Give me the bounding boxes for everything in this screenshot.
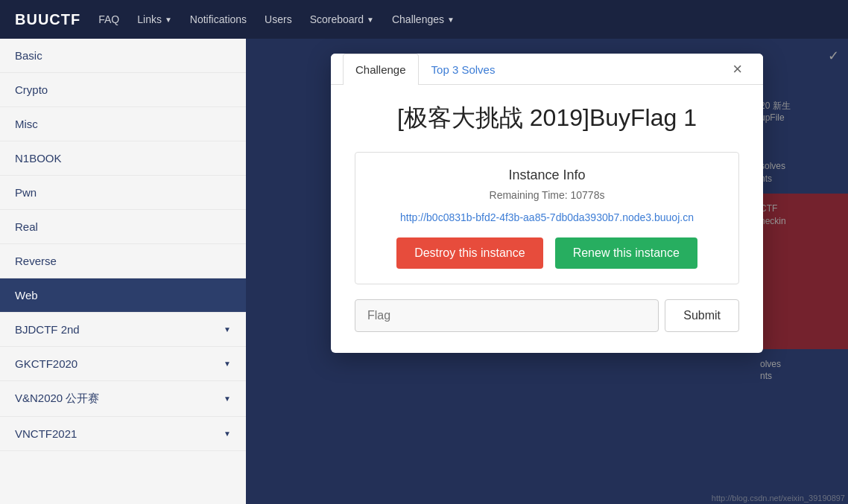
nav-notifications[interactable]: Notifications bbox=[190, 13, 247, 25]
sidebar-item-misc[interactable]: Misc bbox=[0, 107, 246, 141]
nav-links[interactable]: Links ▼ bbox=[137, 13, 172, 25]
sidebar: Basic Crypto Misc N1BOOK Pwn Real Revers… bbox=[0, 39, 246, 504]
challenge-title: [极客大挑战 2019]BuyFlag 1 bbox=[355, 103, 739, 134]
modal-tabs: Challenge Top 3 Solves × bbox=[331, 54, 763, 85]
flag-section: Submit bbox=[355, 299, 739, 332]
brand-logo: BUUCTF bbox=[15, 11, 80, 28]
nav-challenges[interactable]: Challenges ▼ bbox=[392, 13, 455, 25]
sidebar-item-gkctf2020[interactable]: GKCTF2020 ▼ bbox=[0, 347, 246, 381]
close-button[interactable]: × bbox=[724, 55, 751, 83]
sidebar-item-vnctf2021[interactable]: VNCTF2021 ▼ bbox=[0, 417, 246, 451]
renew-instance-button[interactable]: Renew this instance bbox=[555, 237, 697, 269]
destroy-instance-button[interactable]: Destroy this instance bbox=[396, 237, 543, 269]
sidebar-item-vn2020[interactable]: V&N2020 公开赛 ▼ bbox=[0, 381, 246, 417]
chevron-down-icon: ▼ bbox=[224, 325, 231, 334]
challenge-modal: Challenge Top 3 Solves × [极客大挑战 2019]Buy… bbox=[331, 54, 763, 353]
modal-body: [极客大挑战 2019]BuyFlag 1 Instance Info Rema… bbox=[331, 85, 763, 353]
chevron-down-icon: ▼ bbox=[447, 16, 455, 24]
sidebar-item-real[interactable]: Real bbox=[0, 210, 246, 244]
instance-remaining-time: Remaining Time: 10778s bbox=[370, 189, 724, 201]
instance-buttons: Destroy this instance Renew this instanc… bbox=[370, 237, 724, 269]
navbar: BUUCTF FAQ Links ▼ Notifications Users S… bbox=[0, 0, 848, 39]
nav-faq[interactable]: FAQ bbox=[98, 13, 119, 25]
chevron-down-icon: ▼ bbox=[367, 16, 374, 24]
chevron-down-icon: ▼ bbox=[165, 16, 172, 24]
instance-info-box: Instance Info Remaining Time: 10778s htt… bbox=[355, 152, 739, 284]
submit-button[interactable]: Submit bbox=[665, 299, 739, 332]
instance-link[interactable]: http://b0c0831b-bfd2-4f3b-aa85-7db0da393… bbox=[370, 210, 724, 226]
tab-challenge[interactable]: Challenge bbox=[343, 54, 419, 85]
sidebar-item-web[interactable]: Web bbox=[0, 278, 246, 313]
tab-top3solves[interactable]: Top 3 Solves bbox=[419, 54, 508, 85]
main-layout: Basic Crypto Misc N1BOOK Pwn Real Revers… bbox=[0, 39, 848, 504]
nav-users[interactable]: Users bbox=[265, 13, 292, 25]
sidebar-item-basic[interactable]: Basic bbox=[0, 39, 246, 73]
sidebar-item-pwn[interactable]: Pwn bbox=[0, 176, 246, 210]
chevron-down-icon: ▼ bbox=[224, 395, 231, 403]
sidebar-item-crypto[interactable]: Crypto bbox=[0, 73, 246, 107]
chevron-down-icon: ▼ bbox=[224, 430, 231, 438]
sidebar-item-n1book[interactable]: N1BOOK bbox=[0, 141, 246, 176]
flag-input[interactable] bbox=[355, 299, 659, 332]
content-area: ✓ 20 新生 upFile solves nts CTF heckin olv… bbox=[246, 39, 848, 504]
chevron-down-icon: ▼ bbox=[224, 360, 231, 368]
instance-box-title: Instance Info bbox=[370, 168, 724, 183]
sidebar-item-bjdctf2nd[interactable]: BJDCTF 2nd ▼ bbox=[0, 313, 246, 347]
sidebar-item-reverse[interactable]: Reverse bbox=[0, 244, 246, 278]
nav-scoreboard[interactable]: Scoreboard ▼ bbox=[310, 13, 374, 25]
